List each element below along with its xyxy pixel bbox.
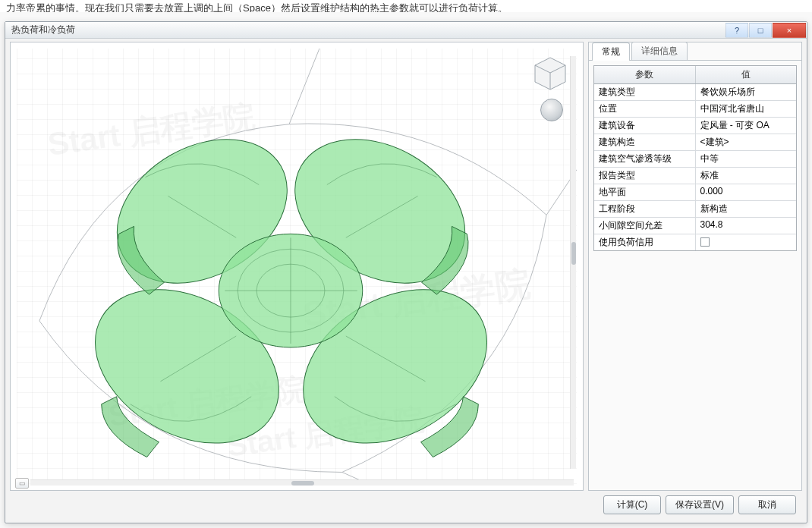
table-row[interactable]: 地平面0.000: [594, 184, 796, 201]
context-caption: 力率帝累的事情。现在我们只需要去放置上调的上间（Space）然后设置维护结构的热…: [0, 0, 812, 12]
heating-cooling-load-dialog: 热负荷和冷负荷 ? □ × Start 启程学院 Start 启程学院 Star…: [5, 21, 807, 523]
steering-wheel-icon[interactable]: [540, 99, 563, 121]
checkbox[interactable]: [700, 237, 710, 247]
param-label: 建筑类型: [594, 84, 696, 100]
param-value[interactable]: 中国河北省唐山: [696, 101, 797, 117]
param-value[interactable]: 新构造: [696, 201, 797, 217]
help-button[interactable]: ?: [725, 23, 748, 38]
table-row[interactable]: 工程阶段新构造: [594, 201, 796, 218]
param-label: 建筑空气渗透等级: [594, 151, 696, 167]
cancel-button[interactable]: 取消: [738, 495, 796, 514]
param-label: 地平面: [594, 184, 696, 200]
tab-general[interactable]: 常规: [592, 42, 630, 61]
param-value[interactable]: 中等: [696, 151, 797, 167]
vertical-scrollbar[interactable]: [570, 56, 576, 469]
horizontal-scroll-thumb[interactable]: [291, 481, 314, 486]
building-model-icon: [17, 49, 577, 484]
maximize-button[interactable]: □: [749, 23, 772, 38]
table-row[interactable]: 使用负荷信用: [594, 234, 796, 250]
param-label: 位置: [594, 101, 696, 117]
table-row[interactable]: 建筑构造<建筑>: [594, 134, 796, 151]
table-row[interactable]: 报告类型标准: [594, 168, 796, 184]
param-label: 建筑设备: [594, 118, 696, 134]
horizontal-scrollbar[interactable]: [30, 479, 574, 486]
param-value[interactable]: <建筑>: [696, 134, 797, 150]
param-value[interactable]: 标准: [696, 168, 797, 184]
table-row[interactable]: 小间隙空间允差304.8: [594, 218, 796, 234]
close-button[interactable]: ×: [773, 23, 806, 38]
calculate-button[interactable]: 计算(C): [603, 495, 661, 514]
table-row[interactable]: 建筑类型餐饮娱乐场所: [594, 84, 796, 101]
save-settings-button[interactable]: 保存设置(V): [666, 495, 734, 514]
param-label: 使用负荷信用: [594, 234, 696, 250]
parameters-panel: 常规 详细信息 参数 值 建筑类型餐饮娱乐场所位置中国河北省唐山建筑设备定风量 …: [588, 42, 802, 491]
param-value[interactable]: 餐饮娱乐场所: [696, 84, 797, 100]
param-value[interactable]: 0.000: [696, 184, 797, 200]
param-value[interactable]: [696, 234, 797, 250]
table-row[interactable]: 建筑设备定风量 - 可变 OA: [594, 118, 796, 134]
param-value[interactable]: 304.8: [696, 218, 797, 234]
parameters-table: 参数 值 建筑类型餐饮娱乐场所位置中国河北省唐山建筑设备定风量 - 可变 OA建…: [593, 65, 797, 251]
param-value[interactable]: 定风量 - 可变 OA: [696, 118, 797, 134]
view-widget-icon[interactable]: ▭: [15, 478, 29, 489]
table-row[interactable]: 建筑空气渗透等级中等: [594, 151, 796, 168]
column-header-value: 值: [696, 66, 797, 83]
dialog-titlebar[interactable]: 热负荷和冷负荷 ? □ ×: [5, 22, 807, 39]
model-viewport[interactable]: Start 启程学院 Start 启程学院 Start 启程学院 Start 启…: [10, 42, 584, 491]
tab-details[interactable]: 详细信息: [631, 42, 688, 60]
dialog-title: 热负荷和冷负荷: [5, 24, 725, 36]
panel-tabs: 常规 详细信息: [589, 42, 801, 61]
param-label: 建筑构造: [594, 134, 696, 150]
param-label: 工程阶段: [594, 201, 696, 217]
dialog-button-row: 计算(C) 保存设置(V) 取消: [10, 491, 802, 518]
param-label: 报告类型: [594, 168, 696, 184]
param-label: 小间隙空间允差: [594, 218, 696, 234]
column-header-param: 参数: [594, 66, 696, 83]
view-cube[interactable]: [531, 55, 569, 93]
table-row[interactable]: 位置中国河北省唐山: [594, 101, 796, 118]
vertical-scroll-thumb[interactable]: [571, 242, 576, 265]
